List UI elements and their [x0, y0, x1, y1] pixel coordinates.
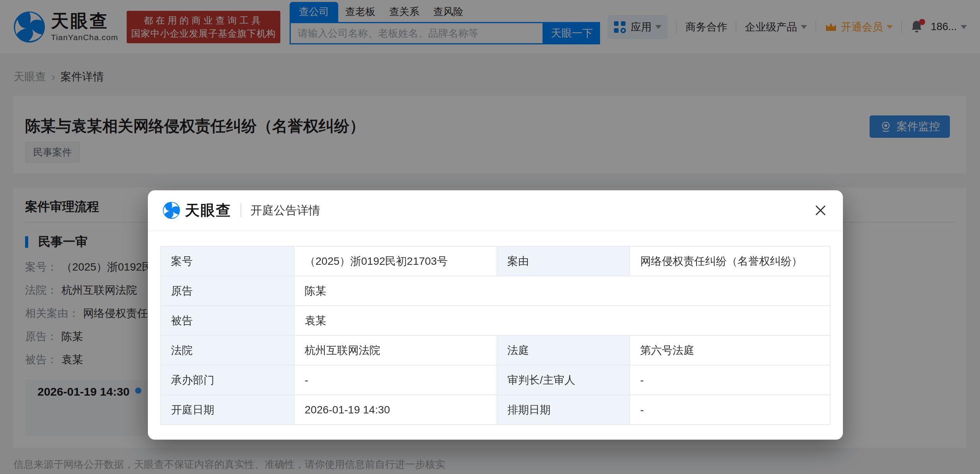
table-label-cell: 法庭 — [497, 335, 630, 365]
table-value-cell: 第六号法庭 — [630, 335, 830, 365]
table-row: 案号 （2025）浙0192民初21703号 案由 网络侵权责任纠纷（名誉权纠纷… — [161, 246, 830, 276]
table-label-cell: 法院 — [161, 335, 294, 365]
table-row: 承办部门 - 审判长/主审人 - — [161, 365, 830, 395]
table-value-cell: 网络侵权责任纠纷（名誉权纠纷） — [630, 246, 830, 276]
table-value-cell: 杭州互联网法院 — [294, 335, 497, 365]
table-value-cell: - — [630, 395, 830, 425]
table-value-cell: - — [294, 365, 497, 395]
divider — [241, 203, 241, 217]
hearing-detail-modal: 天眼查 开庭公告详情 案号 （2025）浙0192民初21703号 案由 网络侵… — [148, 190, 843, 440]
table-value-cell: 袁某 — [294, 306, 830, 335]
close-icon — [814, 204, 827, 217]
hearing-detail-table: 案号 （2025）浙0192民初21703号 案由 网络侵权责任纠纷（名誉权纠纷… — [160, 246, 831, 425]
table-label-cell: 开庭日期 — [161, 395, 294, 425]
modal-header: 天眼查 开庭公告详情 — [148, 190, 843, 231]
tianyancha-logo-icon — [163, 201, 180, 219]
table-label-cell: 原告 — [161, 276, 294, 306]
table-label-cell: 被告 — [161, 306, 294, 335]
table-row: 开庭日期 2026-01-19 14:30 排期日期 - — [161, 395, 830, 425]
table-label-cell: 排期日期 — [497, 395, 630, 425]
table-value-cell: （2025）浙0192民初21703号 — [294, 246, 497, 276]
table-row: 原告 陈某 — [161, 276, 830, 306]
modal-title: 开庭公告详情 — [251, 203, 320, 218]
table-label-cell: 案号 — [161, 246, 294, 276]
modal-close-button[interactable] — [813, 203, 828, 218]
modal-brand: 天眼查 — [185, 201, 231, 220]
modal-body: 案号 （2025）浙0192民初21703号 案由 网络侵权责任纠纷（名誉权纠纷… — [148, 231, 843, 425]
table-value-cell: - — [630, 365, 830, 395]
table-label-cell: 案由 — [497, 246, 630, 276]
table-label-cell: 审判长/主审人 — [497, 365, 630, 395]
table-row: 法院 杭州互联网法院 法庭 第六号法庭 — [161, 335, 830, 365]
table-row: 被告 袁某 — [161, 306, 830, 335]
table-label-cell: 承办部门 — [161, 365, 294, 395]
table-value-cell: 陈某 — [294, 276, 830, 306]
table-value-cell: 2026-01-19 14:30 — [294, 395, 497, 425]
